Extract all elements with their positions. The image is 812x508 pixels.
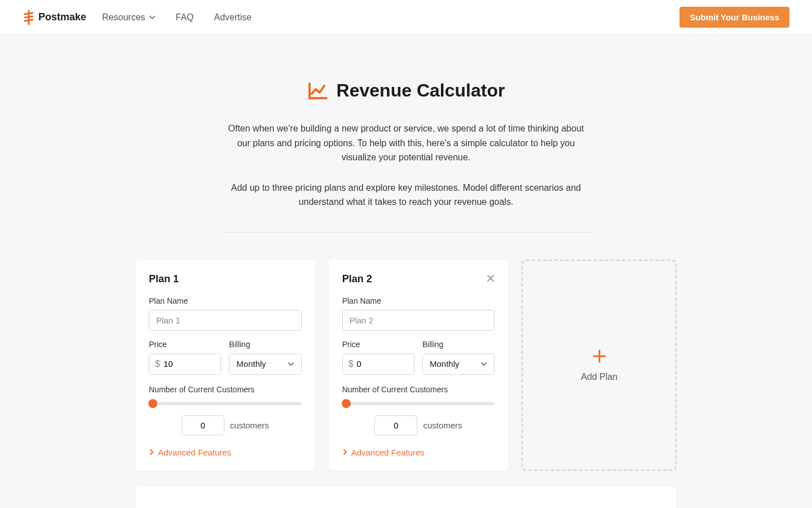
chevron-right-icon [342, 449, 348, 456]
plus-icon [592, 348, 607, 364]
plan-name-label: Plan Name [149, 296, 302, 305]
plan-cards: Plan 1 Plan Name Price $ Billing [135, 260, 677, 471]
plan-1-billing-select[interactable]: Monthly [229, 353, 301, 375]
plan-2-name-input[interactable] [342, 310, 495, 331]
nav-advertise-label: Advertise [214, 12, 252, 23]
nav-advertise[interactable]: Advertise [214, 12, 252, 23]
plan-2-price-wrap: $ [342, 353, 414, 375]
submit-business-button[interactable]: Submit Your Business [679, 7, 789, 28]
add-plan-button[interactable]: Add Plan [522, 260, 677, 471]
page-desc-1: Often when we're building a new product … [226, 121, 586, 165]
customers-suffix: customers [230, 421, 269, 430]
plan-name-label: Plan Name [342, 296, 495, 305]
currency-symbol: $ [155, 359, 160, 369]
close-icon [487, 274, 495, 282]
logo-icon [23, 10, 35, 25]
plan-1-customers-slider[interactable] [149, 402, 302, 405]
header: Postmake Resources FAQ Advertise Submit … [0, 0, 812, 35]
price-label: Price [149, 340, 221, 349]
plan-2-billing-value: Monthly [430, 359, 460, 369]
advanced-label: Advanced Features [158, 448, 231, 457]
page-title: Revenue Calculator [337, 80, 505, 101]
plan-2-price-input[interactable] [357, 359, 408, 369]
price-label: Price [342, 340, 414, 349]
nav: Resources FAQ Advertise [102, 12, 251, 23]
chart-line-icon [307, 81, 328, 100]
main: Revenue Calculator Often when we're buil… [0, 35, 812, 508]
logo[interactable]: Postmake [23, 10, 86, 25]
plan-1-price-wrap: $ [149, 353, 221, 375]
plan-2-customers-slider[interactable] [342, 402, 495, 405]
plan-1-name-input[interactable] [149, 310, 302, 331]
plan-2-customers-input[interactable] [374, 415, 417, 435]
plan-1-billing-value: Monthly [236, 359, 266, 369]
plan-card-2: Plan 2 Plan Name Price $ [329, 260, 509, 471]
nav-resources-label: Resources [102, 12, 145, 23]
plan-1-advanced-link[interactable]: Advanced Features [149, 448, 302, 457]
nav-faq-label: FAQ [176, 12, 194, 23]
chevron-down-icon [480, 361, 487, 367]
summary-card [135, 487, 677, 508]
plan-1-price-input[interactable] [164, 359, 215, 369]
chevron-down-icon [288, 361, 294, 367]
logo-text: Postmake [38, 11, 86, 23]
nav-faq[interactable]: FAQ [176, 12, 194, 23]
title-row: Revenue Calculator [135, 80, 677, 101]
plan-2-close-button[interactable] [487, 273, 495, 285]
customers-label: Number of Current Customers [342, 385, 495, 394]
plan-1-title: Plan 1 [149, 273, 179, 285]
chevron-right-icon [149, 449, 155, 456]
add-plan-label: Add Plan [581, 372, 617, 382]
customers-suffix: customers [423, 421, 462, 430]
plan-1-customers-input[interactable] [182, 415, 224, 435]
currency-symbol: $ [348, 359, 354, 369]
nav-resources[interactable]: Resources [102, 12, 155, 23]
plan-2-advanced-link[interactable]: Advanced Features [342, 448, 495, 457]
plan-2-title: Plan 2 [342, 273, 372, 285]
page-desc-2: Add up to three pricing plans and explor… [226, 181, 586, 209]
customers-label: Number of Current Customers [149, 385, 302, 394]
billing-label: Billing [422, 340, 495, 349]
slider-thumb[interactable] [148, 399, 157, 408]
plan-2-billing-select[interactable]: Monthly [422, 353, 495, 375]
plan-card-1: Plan 1 Plan Name Price $ Billing [135, 260, 315, 471]
billing-label: Billing [229, 340, 301, 349]
chevron-down-icon [149, 14, 156, 21]
slider-thumb[interactable] [342, 399, 351, 408]
advanced-label: Advanced Features [351, 448, 425, 457]
divider [220, 232, 592, 233]
